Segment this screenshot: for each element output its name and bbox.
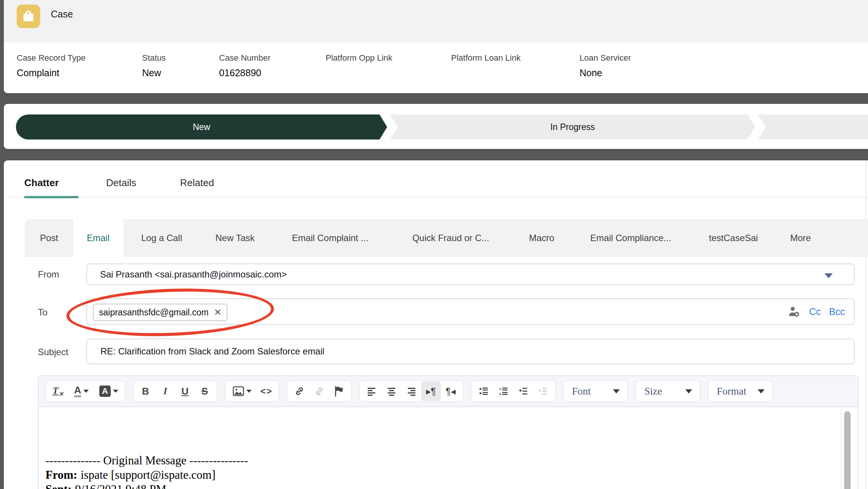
briefcase-icon [21,9,36,24]
case-header-card: Case Case Record Type Complaint Status N… [4,0,868,93]
size-dropdown-caret-icon [685,389,692,393]
subject-label: Subject [38,347,68,357]
field-value: 01628890 [219,67,271,78]
publisher-tab-testcasesai[interactable]: testCaseSai [689,219,778,257]
field-status: Status New [142,53,166,78]
toolbar-group-insert: <> [225,380,279,402]
bcc-link[interactable]: Bcc [829,306,845,317]
to-field[interactable]: saiprasanthsfdc@gmail.com ✕ Cc Bcc [86,298,855,325]
font-dropdown[interactable]: Font [563,380,628,402]
image-caret-icon[interactable] [246,390,252,393]
to-actions: Cc Bcc [787,299,845,324]
image-icon [233,386,244,396]
case-page: Case Case Record Type Complaint Status N… [0,0,868,489]
publisher-tab-email[interactable]: Email [73,219,123,257]
numbered-list-icon: 1 2 [498,387,508,396]
field-value: New [142,67,166,78]
remove-recipient-icon[interactable]: ✕ [214,307,221,318]
case-object-icon [17,5,40,28]
publisher-tab-more[interactable]: More [778,219,823,257]
flag-icon [334,386,344,397]
align-right-button[interactable] [401,381,421,401]
field-case-number: Case Number 01628890 [219,53,271,78]
remove-format-button[interactable]: T✕ [48,381,68,401]
align-center-icon [387,387,396,396]
add-person-icon[interactable] [787,306,801,318]
field-label: Loan Servicer [580,53,631,63]
decrease-indent-button[interactable] [533,381,553,401]
original-message-separator: -------------- Original Message --------… [45,453,248,468]
field-label: Case Number [219,53,271,63]
align-center-button[interactable] [382,381,401,401]
path-stage-in-progress[interactable]: In Progress [390,114,755,139]
cc-link[interactable]: Cc [809,306,821,317]
source-code-button[interactable]: <> [257,381,276,401]
remove-link-button[interactable] [309,381,329,401]
italic-button[interactable]: I [155,381,175,401]
toolbar-group-link [287,380,352,402]
editor-toolbar: T✕ A A B I U S [39,376,858,407]
tab-related[interactable]: Related [180,177,214,189]
original-message-sent-line: Sent:9/16/2021 9:48 PM [45,482,248,489]
text-color-caret-icon[interactable] [83,390,89,393]
anchor-flag-button[interactable] [329,381,349,401]
increase-indent-button[interactable] [513,381,533,401]
size-dropdown[interactable]: Size [635,380,700,402]
bg-color-caret-icon[interactable] [113,390,118,393]
object-label: Case [51,9,73,20]
publisher-tab-new-task[interactable]: New Task [200,219,270,257]
svg-text:1: 1 [499,387,501,391]
path-stage-new[interactable]: New [16,114,387,139]
bold-button[interactable]: B [136,381,155,401]
text-color-button[interactable]: A [68,381,95,401]
from-value: Sai Prasanth <sai.prasanth@joinmosaic.co… [100,269,287,280]
to-recipient-chip[interactable]: saiprasanthsfdc@gmail.com ✕ [93,304,227,321]
sales-path-card: New In Progress [4,104,868,149]
publisher-tab-email-complaint[interactable]: Email Complaint ... [270,219,390,257]
field-platform-loan-link: Platform Loan Link [451,53,520,67]
publisher-tab-macro[interactable]: Macro [511,219,572,257]
font-dropdown-caret-icon [613,389,620,393]
format-dropdown[interactable]: Format [708,380,773,402]
tab-details[interactable]: Details [106,177,136,189]
publisher-tab-email-compliance[interactable]: Email Compliance... [572,219,689,257]
numbered-list-button[interactable]: 1 2 [494,381,513,401]
insert-image-button[interactable] [228,381,257,401]
field-label: Platform Loan Link [451,53,520,63]
unlink-icon [314,386,324,397]
insert-link-button[interactable] [290,381,309,401]
editor-scrollbar[interactable] [844,411,851,489]
publisher-tab-post[interactable]: Post [25,219,73,257]
format-dropdown-label: Format [717,386,746,397]
format-dropdown-caret-icon [758,389,765,393]
paragraph-ltr-button[interactable]: ▸¶ [421,381,441,401]
email-body-editor[interactable]: -------------- Original Message --------… [39,407,858,489]
strikethrough-button[interactable]: S [195,381,215,401]
publisher-tab-quick-fraud[interactable]: Quick Fraud or C... [390,219,511,257]
publisher-tab-bar: Post Email Log a Call New Task Email Com… [25,219,868,257]
subject-field[interactable]: RE: Clarification from Slack and Zoom Sa… [86,339,855,364]
tab-chatter[interactable]: Chatter [24,177,59,189]
original-message-from-line: From:ispate [support@ispate.com] [45,468,248,482]
toolbar-group-lists: 1 2 [471,380,556,402]
font-dropdown-label: Font [572,386,591,397]
size-dropdown-label: Size [644,386,662,397]
publisher-tab-log-a-call[interactable]: Log a Call [123,219,200,257]
toolbar-group-text-style: T✕ A A [45,380,125,402]
active-tab-underline [24,196,78,198]
align-left-button[interactable] [362,381,382,401]
paragraph-rtl-button[interactable]: ¶◂ [441,381,461,401]
path-stage-next-cutoff[interactable] [758,114,868,139]
background-color-button[interactable]: A [95,381,122,401]
underline-button[interactable]: U [175,381,195,401]
sent-line-label: Sent: [45,483,72,489]
from-dropdown-caret-icon[interactable] [824,273,833,278]
from-label: From [38,269,59,280]
bulleted-list-icon [479,387,489,396]
to-label: To [38,307,47,318]
bulleted-list-button[interactable] [474,381,494,401]
from-field[interactable]: Sai Prasanth <sai.prasanth@joinmosaic.co… [86,263,855,285]
from-line-label: From: [45,468,77,481]
path-track: New In Progress [16,114,868,139]
field-label: Status [142,53,166,63]
